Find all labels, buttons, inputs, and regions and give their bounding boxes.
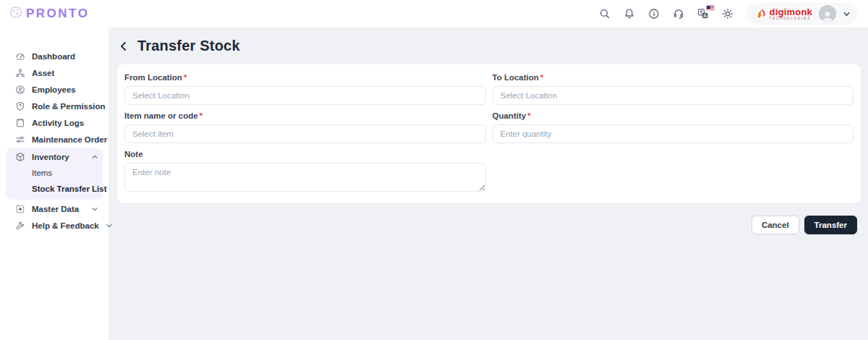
notification-bell-icon[interactable] — [624, 8, 636, 20]
pronto-globe-icon — [9, 5, 23, 22]
main-content: Transfer Stock From Location* To Locatio… — [109, 27, 868, 340]
item-name-input[interactable] — [124, 124, 486, 143]
sidebar-item-label: Help & Feedback — [32, 221, 99, 230]
theme-sun-icon[interactable] — [722, 8, 734, 20]
field-note: Note — [124, 150, 486, 195]
us-flag-icon — [706, 5, 715, 11]
field-label: Item name or code* — [124, 111, 486, 120]
field-item-name: Item name or code* — [124, 111, 486, 143]
sidebar-item-label: Maintenance Order — [32, 135, 107, 144]
required-asterisk: * — [540, 73, 543, 82]
sidebar-item-role-permission[interactable]: Role & Permission — [6, 98, 103, 114]
sidebar-group-inventory: Inventory Items Stock Transfer List — [6, 148, 103, 200]
sidebar-item-asset[interactable]: Asset — [6, 64, 103, 81]
transfer-button[interactable]: Transfer — [804, 216, 857, 234]
required-asterisk: * — [184, 73, 187, 82]
field-to-location: To Location* — [493, 73, 854, 105]
field-from-location: From Location* — [124, 73, 486, 105]
sidebar-item-inventory[interactable]: Inventory — [6, 148, 103, 165]
search-icon[interactable] — [599, 8, 611, 20]
to-location-label: To Location — [493, 73, 539, 82]
sidebar-item-label: Dashboard — [32, 52, 75, 61]
header-actions: digimonk TECHNOLOGIES — [599, 3, 858, 25]
sidebar-item-dashboard[interactable]: Dashboard — [6, 48, 103, 64]
partner-name: digimonk — [770, 7, 812, 17]
translate-icon[interactable] — [697, 8, 710, 20]
sidebar-item-label: Inventory — [32, 153, 69, 161]
user-menu[interactable]: digimonk TECHNOLOGIES — [746, 3, 858, 25]
inventory-cube-icon — [14, 151, 25, 162]
maintenance-order-icon — [14, 134, 25, 145]
required-asterisk: * — [527, 111, 530, 120]
page-header: Transfer Stock — [117, 38, 861, 54]
chevron-down-icon — [91, 205, 98, 213]
chevron-down-icon[interactable] — [843, 10, 851, 18]
sidebar-item-activity-logs[interactable]: Activity Logs — [6, 114, 103, 131]
item-name-label: Item name or code — [124, 111, 198, 120]
sidebar-item-label: Role & Permission — [32, 102, 106, 111]
note-textarea[interactable] — [124, 163, 486, 192]
sidebar-subitem-stock-transfer-list[interactable]: Stock Transfer List — [6, 181, 103, 197]
note-label: Note — [124, 150, 143, 158]
from-location-label: From Location — [124, 73, 182, 82]
chevron-down-icon — [106, 222, 113, 229]
dashboard-icon — [14, 51, 25, 61]
page-title: Transfer Stock — [137, 38, 240, 54]
digimonk-logo: digimonk TECHNOLOGIES — [755, 7, 812, 21]
sidebar-item-label: Activity Logs — [32, 119, 84, 127]
sidebar-item-employees[interactable]: Employees — [6, 81, 103, 98]
role-permission-icon — [14, 101, 25, 111]
support-headset-icon[interactable] — [673, 8, 685, 20]
employees-icon — [14, 84, 25, 95]
field-label: From Location* — [124, 73, 486, 82]
sidebar: Dashboard Asset Employees Role & Permiss… — [0, 27, 109, 340]
field-label: To Location* — [493, 73, 854, 82]
required-asterisk: * — [200, 111, 203, 120]
sidebar-item-help-feedback[interactable]: Help & Feedback — [6, 217, 103, 234]
activity-logs-icon — [14, 117, 25, 128]
cancel-button[interactable]: Cancel — [752, 216, 799, 234]
brand-logo[interactable]: PRONTO — [9, 5, 89, 22]
sidebar-item-label: Asset — [32, 69, 54, 77]
back-arrow-icon[interactable] — [117, 40, 130, 53]
field-quantity: Quantity* — [493, 111, 854, 143]
brand-name: PRONTO — [26, 7, 89, 21]
partner-tagline: TECHNOLOGIES — [770, 17, 812, 21]
app-header: PRONTO — [0, 0, 868, 27]
field-label: Note — [124, 150, 486, 158]
field-label: Quantity* — [493, 111, 854, 120]
chevron-up-icon — [91, 153, 98, 161]
sidebar-item-label: Master Data — [32, 205, 79, 213]
sidebar-item-label: Employees — [32, 85, 76, 94]
quantity-input[interactable] — [493, 124, 854, 143]
sidebar-item-master-data[interactable]: Master Data — [6, 200, 103, 217]
avatar[interactable] — [819, 5, 836, 22]
transfer-stock-form-card: From Location* To Location* Item name or… — [117, 64, 861, 203]
sidebar-item-maintenance-order[interactable]: Maintenance Order — [6, 131, 103, 148]
form-actions: Cancel Transfer — [117, 216, 861, 234]
info-icon[interactable] — [648, 8, 660, 20]
master-data-icon — [14, 203, 25, 214]
to-location-input[interactable] — [493, 86, 854, 105]
sidebar-subitem-items[interactable]: Items — [6, 165, 103, 181]
asset-hierarchy-icon — [14, 67, 25, 78]
help-wrench-icon — [14, 220, 25, 231]
from-location-input[interactable] — [124, 86, 486, 105]
quantity-label: Quantity — [493, 111, 527, 120]
